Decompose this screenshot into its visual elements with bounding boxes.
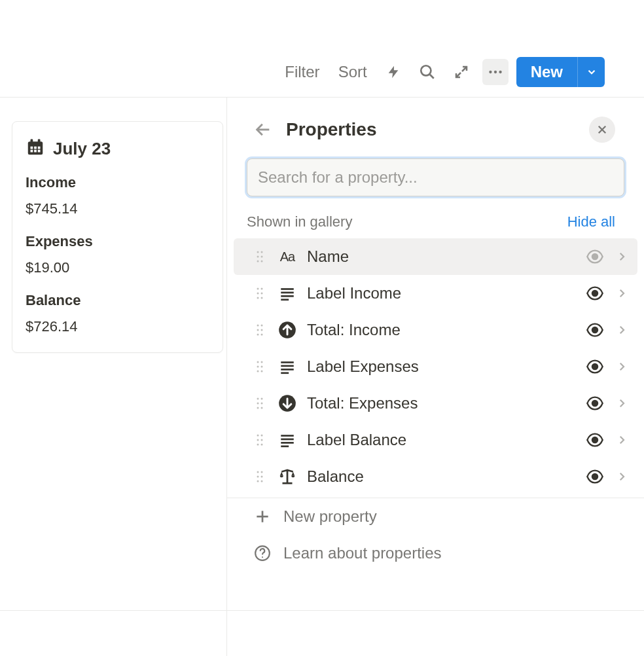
svg-point-62 [257, 435, 259, 437]
text-lines-icon [277, 356, 298, 377]
drag-handle-icon[interactable] [253, 323, 266, 337]
chevron-right-icon[interactable] [613, 357, 631, 376]
calendar-icon [26, 137, 45, 160]
svg-point-83 [262, 556, 263, 558]
svg-point-27 [261, 293, 263, 295]
svg-rect-7 [38, 139, 41, 143]
search-input[interactable] [247, 158, 624, 196]
property-label: Label Balance [307, 431, 584, 449]
svg-point-0 [421, 65, 431, 75]
section-title: Shown in gallery [247, 213, 352, 230]
svg-point-45 [257, 366, 259, 368]
gallery-card[interactable]: July 23 Income $745.14 Expenses $19.00 B… [12, 121, 223, 353]
panel-header: Properties [227, 97, 644, 158]
svg-point-39 [257, 334, 259, 336]
svg-rect-9 [34, 147, 37, 149]
visibility-toggle[interactable] [584, 246, 606, 268]
drag-handle-icon[interactable] [253, 470, 266, 483]
svg-point-66 [257, 444, 259, 446]
svg-point-23 [592, 254, 598, 259]
card-value-balance: $726.14 [26, 318, 209, 335]
svg-point-55 [261, 398, 263, 400]
hide-all-button[interactable]: Hide all [567, 213, 615, 230]
search-icon[interactable] [414, 59, 440, 85]
chevron-right-icon[interactable] [613, 431, 631, 449]
chevron-right-icon[interactable] [613, 247, 631, 266]
svg-rect-12 [34, 150, 37, 153]
new-button[interactable]: New [516, 57, 577, 87]
expand-icon[interactable] [448, 59, 474, 85]
chevron-right-icon[interactable] [613, 467, 631, 486]
text-type-icon: Aa [277, 246, 298, 267]
svg-point-74 [261, 471, 263, 473]
svg-point-25 [261, 288, 263, 290]
visibility-toggle[interactable] [584, 282, 606, 304]
drag-handle-icon[interactable] [253, 360, 266, 373]
svg-point-17 [257, 251, 259, 253]
svg-point-53 [592, 364, 598, 369]
visibility-toggle[interactable] [584, 465, 606, 488]
svg-point-18 [261, 251, 263, 253]
property-row-name[interactable]: Aa Name [234, 238, 637, 275]
sort-button[interactable]: Sort [333, 59, 372, 85]
learn-properties-button[interactable]: Learn about properties [227, 535, 644, 572]
svg-point-37 [257, 329, 259, 331]
property-row-label-balance[interactable]: Label Balance [234, 422, 637, 458]
visibility-toggle[interactable] [584, 392, 606, 414]
drag-handle-icon[interactable] [253, 250, 266, 263]
back-button[interactable] [252, 118, 274, 141]
new-property-button[interactable]: New property [227, 498, 644, 535]
help-icon [252, 543, 273, 564]
drag-handle-icon[interactable] [253, 433, 266, 446]
balance-scale-icon [277, 466, 298, 487]
property-row-label-expenses[interactable]: Label Expenses [234, 348, 637, 385]
visibility-toggle[interactable] [584, 355, 606, 378]
more-icon[interactable] [482, 59, 509, 85]
property-row-total-expenses[interactable]: Total: Expenses [234, 385, 637, 422]
chevron-right-icon[interactable] [613, 284, 631, 302]
svg-rect-13 [38, 150, 41, 153]
svg-point-78 [261, 481, 263, 483]
property-row-total-income[interactable]: Total: Income [234, 312, 637, 348]
property-label: Balance [307, 467, 584, 486]
visibility-toggle[interactable] [584, 429, 606, 451]
svg-rect-11 [31, 150, 33, 153]
card-label-income: Income [26, 174, 209, 191]
property-label: Label Income [307, 284, 584, 302]
svg-point-63 [261, 435, 263, 437]
svg-point-2 [489, 71, 492, 73]
svg-point-72 [592, 437, 598, 443]
lightning-icon[interactable] [380, 59, 406, 85]
svg-point-48 [261, 371, 263, 373]
panel-title: Properties [286, 119, 577, 140]
svg-point-76 [261, 476, 263, 478]
svg-rect-10 [38, 147, 41, 149]
new-dropdown-chevron[interactable] [577, 57, 605, 87]
property-list: Aa Name Label Income [227, 238, 644, 495]
arrow-up-circle-icon [277, 319, 298, 340]
search-wrap [227, 158, 644, 213]
filter-button[interactable]: Filter [279, 59, 325, 85]
property-row-label-income[interactable]: Label Income [234, 275, 637, 312]
card-label-balance: Balance [26, 292, 209, 309]
svg-point-67 [261, 444, 263, 446]
bottom-divider [0, 610, 644, 611]
chevron-right-icon[interactable] [613, 321, 631, 339]
svg-point-28 [257, 297, 259, 299]
svg-point-21 [257, 261, 259, 263]
svg-point-19 [257, 256, 259, 258]
svg-point-34 [592, 291, 598, 296]
chevron-right-icon[interactable] [613, 394, 631, 412]
drag-handle-icon[interactable] [253, 397, 266, 410]
property-row-balance[interactable]: Balance [234, 458, 637, 495]
top-toolbar: Filter Sort New [0, 52, 644, 92]
visibility-toggle[interactable] [584, 319, 606, 341]
arrow-down-circle-icon [277, 393, 298, 414]
svg-point-43 [257, 361, 259, 363]
drag-handle-icon[interactable] [253, 287, 266, 300]
close-button[interactable] [589, 117, 615, 143]
svg-point-26 [257, 293, 259, 295]
svg-point-75 [257, 476, 259, 478]
property-label: Name [307, 247, 584, 266]
learn-properties-label: Learn about properties [283, 544, 442, 562]
